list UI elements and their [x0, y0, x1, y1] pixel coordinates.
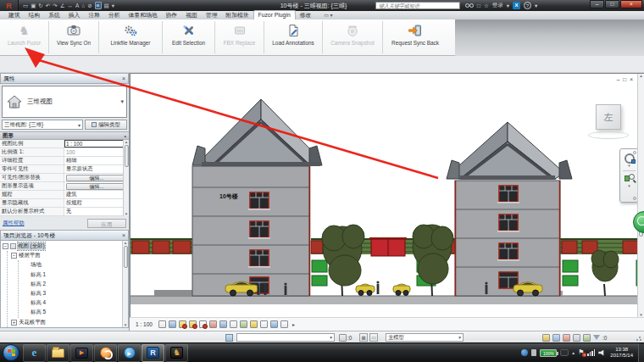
restore-button[interactable]: □: [605, 0, 619, 8]
tray-plug-icon[interactable]: [531, 349, 536, 356]
navbar-close-icon[interactable]: [633, 197, 636, 200]
battery-indicator[interactable]: 100%: [540, 349, 557, 357]
property-row[interactable]: 默认分析显示样式 无: [0, 208, 129, 216]
view-scale-button[interactable]: 1 : 100: [136, 321, 153, 327]
type-selector[interactable]: 三维视图 ▾: [2, 86, 127, 118]
property-row[interactable]: 比例值 1: 100: [0, 148, 129, 157]
start-button[interactable]: [3, 344, 19, 361]
properties-help-link[interactable]: 属性帮助: [3, 220, 25, 227]
displacement-sets-icon[interactable]: [280, 320, 288, 328]
group-collapse-icon[interactable]: ▴: [124, 133, 126, 138]
rendering-dialog-icon[interactable]: [199, 320, 207, 328]
sync-icon[interactable]: ↻: [38, 3, 42, 9]
tab-systems[interactable]: 系统: [44, 11, 64, 19]
camera-snapshot-button[interactable]: Camera Snapshot: [323, 19, 382, 55]
workset-dropdown[interactable]: ▾: [236, 333, 335, 342]
tree-item-level-4[interactable]: 标高 4: [31, 298, 128, 308]
project-browser-close-icon[interactable]: ×: [122, 232, 125, 238]
hide-analytical-model-icon[interactable]: [270, 320, 278, 328]
property-row[interactable]: 视图比例 1 : 100: [0, 140, 129, 148]
type-selector-caret-icon[interactable]: ▾: [120, 98, 124, 105]
temporary-hide-isolate-icon[interactable]: [240, 320, 247, 328]
project-browser-header[interactable]: 项目浏览器 - 10号楼 ×: [0, 230, 129, 241]
show-crop-region-icon[interactable]: [219, 320, 227, 328]
tab-insert[interactable]: 插入: [64, 11, 85, 19]
signin-person-icon[interactable]: 登录: [492, 2, 503, 9]
view-restore-icon[interactable]: □: [623, 76, 626, 82]
default-3d-view-icon[interactable]: ⌂: [81, 3, 85, 8]
open-icon[interactable]: ▭: [23, 3, 28, 9]
drag-on-selection-toggle-icon[interactable]: [583, 334, 591, 342]
show-desktop-button[interactable]: [638, 343, 644, 362]
scroll-down-icon[interactable]: ▼: [124, 323, 127, 327]
select-links-toggle-icon[interactable]: [542, 334, 550, 342]
filter-icon[interactable]: [593, 335, 600, 340]
request-sync-back-button[interactable]: Request Sync Back: [383, 19, 447, 55]
scroll-down-icon[interactable]: ▼: [125, 212, 128, 216]
aligned-dimension-icon[interactable]: ↔: [68, 3, 74, 8]
browser-scrollbar[interactable]: ▲ ▼: [122, 241, 128, 327]
taskbar-ie-button[interactable]: e: [23, 344, 46, 362]
drawing-area[interactable]: 10号楼: [130, 74, 644, 318]
tree-item-floor-plans[interactable]: − 楼层平面: [11, 251, 128, 260]
tab-addins[interactable]: 附加模块: [221, 11, 253, 19]
redo-icon[interactable]: ↷: [53, 3, 57, 9]
select-by-face-toggle-icon[interactable]: [573, 334, 580, 342]
crop-view-icon[interactable]: [209, 320, 217, 328]
viewport-scrollbar[interactable]: ▲ ▼: [637, 74, 644, 317]
steering-wheel-icon[interactable]: [625, 153, 635, 164]
tab-structure[interactable]: 结构: [25, 11, 45, 19]
expand-icon[interactable]: +: [11, 320, 17, 326]
tree-item-level-5[interactable]: 标高 5: [31, 308, 128, 317]
unlocked-3d-view-icon[interactable]: [230, 320, 237, 328]
revit-logo-icon[interactable]: R: [0, 0, 19, 11]
subscription-icon[interactable]: □: [477, 3, 480, 8]
worksets-icon[interactable]: [225, 333, 233, 342]
help-search-input[interactable]: [375, 2, 460, 9]
tab-massing-site[interactable]: 体量和场地: [125, 11, 162, 19]
ribbon-display-toggle[interactable]: ▭ ▾: [324, 12, 332, 19]
worksharing-display-icon[interactable]: ▦: [359, 333, 368, 342]
help-caret-icon[interactable]: ▾: [535, 3, 537, 9]
select-pinned-toggle-icon[interactable]: [563, 334, 570, 342]
tree-item-views-root[interactable]: − 视图 (全部): [3, 242, 128, 251]
properties-palette-header[interactable]: 属性 ×: [0, 73, 129, 84]
exchange-apps-icon[interactable]: X: [513, 2, 520, 9]
properties-close-icon[interactable]: ×: [122, 75, 125, 81]
close-button[interactable]: ×: [620, 0, 642, 8]
tree-item-site[interactable]: 场地: [31, 260, 128, 270]
customize-qat-icon[interactable]: ▾: [112, 3, 114, 9]
collapse-icon[interactable]: −: [3, 243, 8, 249]
vcb-expand-icon[interactable]: ▸: [292, 321, 295, 327]
scroll-up-icon[interactable]: ▲: [125, 140, 128, 144]
editable-only-icon[interactable]: ▭: [369, 333, 378, 342]
network-signal-icon[interactable]: [587, 349, 595, 356]
section-icon[interactable]: ⊘: [87, 3, 92, 9]
design-options-dropdown[interactable]: 主模型 ▾: [386, 333, 464, 342]
scrollbar-thumb[interactable]: [124, 246, 128, 268]
fbx-replace-button[interactable]: FBX FBX Replace: [215, 19, 264, 55]
taskbar-sogou-browser-button[interactable]: [94, 344, 117, 362]
scroll-up-icon[interactable]: ▲: [124, 241, 127, 245]
property-row[interactable]: 规程 建筑: [0, 191, 129, 199]
tab-architecture[interactable]: 建筑: [4, 11, 25, 19]
graphic-display-options-edit-button[interactable]: 编辑...: [66, 183, 127, 190]
detail-level-icon[interactable]: [158, 320, 166, 328]
thin-lines-icon[interactable]: ≡: [95, 2, 102, 9]
signin-caret-icon[interactable]: ▾: [507, 3, 509, 9]
linkfile-manager-button[interactable]: Linkfile Manager: [99, 19, 162, 55]
volume-icon[interactable]: [598, 350, 605, 356]
wheel-caret-icon[interactable]: ▾: [628, 164, 630, 168]
shadows-icon[interactable]: [189, 320, 197, 328]
tray-app-icon[interactable]: [521, 349, 528, 356]
visual-style-icon[interactable]: [169, 320, 176, 328]
zoom-tool-icon[interactable]: [625, 174, 635, 184]
save-icon[interactable]: ▣: [31, 3, 36, 9]
temporary-view-properties-icon[interactable]: [260, 320, 268, 328]
load-annotations-button[interactable]: Load Annotations: [264, 19, 322, 55]
favorites-star-icon[interactable]: ☆: [484, 3, 489, 9]
reveal-hidden-elements-icon[interactable]: [250, 320, 258, 328]
help-icon[interactable]: ?: [524, 2, 531, 9]
property-row[interactable]: 图形显示选项 编辑...: [0, 182, 129, 191]
tab-modify[interactable]: 修改: [296, 11, 316, 19]
